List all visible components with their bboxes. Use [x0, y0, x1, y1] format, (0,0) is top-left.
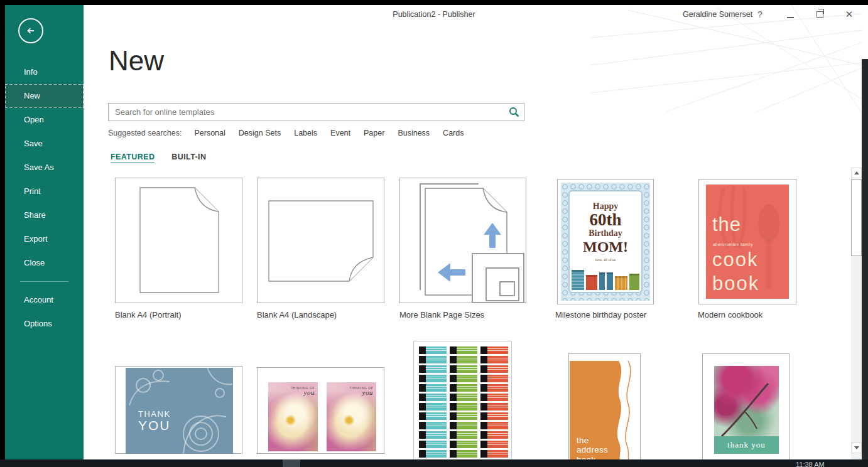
poster-line-60th: 60th	[570, 212, 641, 228]
thinking-of-you-photo: THINKING OF you	[327, 382, 376, 451]
label-column-red	[480, 346, 508, 459]
sidebar-item-print[interactable]: Print	[5, 180, 84, 203]
account-name[interactable]: Geraldine Somerset	[683, 10, 752, 19]
template-card-modern-cookbook[interactable]: the abercrombie family cook book	[698, 179, 796, 304]
sidebar-item-share[interactable]: Share	[5, 203, 84, 227]
help-icon: ?	[757, 9, 762, 19]
backstage-content: New Suggested searches: Personal Design …	[84, 5, 862, 459]
poster-gifts	[570, 270, 641, 290]
suggested-term-business[interactable]: Business	[398, 129, 430, 137]
sidebar-item-info[interactable]: Info	[5, 60, 84, 84]
suggested-term-personal[interactable]: Personal	[194, 129, 225, 137]
sidebar-item-open[interactable]: Open	[5, 108, 84, 132]
app-window: 11:38 AM Info New Open Save Save As Prin…	[0, 0, 868, 467]
back-button[interactable]	[18, 18, 43, 43]
template-tabs: FEATURED BUILT-IN	[111, 153, 206, 163]
address-book-title: the address book	[577, 436, 608, 459]
suggested-term-labels[interactable]: Labels	[294, 129, 317, 137]
tab-featured[interactable]: FEATURED	[111, 153, 155, 163]
sidebar-item-close[interactable]: Close	[5, 251, 84, 275]
scroll-down-button[interactable]	[851, 443, 862, 453]
left-border	[0, 5, 5, 459]
cookbook-cover: the abercrombie family cook book	[706, 185, 789, 299]
suggested-term-cards[interactable]: Cards	[443, 129, 464, 137]
sidebar-item-account[interactable]: Account	[5, 288, 84, 312]
cookbook-line-family: abercrombie family	[713, 242, 753, 247]
scrollbar-track[interactable]	[851, 168, 862, 459]
pink-flowers-photo: thank you	[714, 366, 779, 454]
sidebar-item-new[interactable]: New	[5, 84, 84, 108]
template-card-more-blank-page-sizes[interactable]	[399, 178, 526, 303]
cookbook-line-cook: cook	[712, 249, 758, 271]
blank-landscape-page-icon	[258, 178, 384, 303]
template-name-more-blank-page-sizes: More Blank Page Sizes	[399, 310, 484, 319]
thank-you-card-front: THANK YOU	[126, 368, 233, 454]
sidebar-item-save-as[interactable]: Save As	[5, 156, 84, 180]
up-arrow-icon	[854, 171, 859, 174]
label-column-teal	[419, 346, 447, 459]
poster-inner: Happy 60th Birthday MOM! love, all of us	[568, 190, 643, 293]
cookbook-line-the: the	[712, 213, 741, 236]
down-arrow-icon	[854, 446, 859, 449]
restore-icon	[816, 11, 823, 18]
scroll-thumb[interactable]	[851, 179, 862, 256]
backstage-sidebar: Info New Open Save Save As Print Share E…	[5, 5, 84, 459]
suggested-searches: Suggested searches: Personal Design Sets…	[108, 129, 477, 137]
search-input[interactable]	[109, 104, 511, 121]
template-name-blank-a4-landscape: Blank A4 (Landscape)	[257, 310, 337, 319]
tab-built-in[interactable]: BUILT-IN	[171, 153, 206, 163]
template-card-address-labels[interactable]	[413, 341, 512, 459]
taskbar-app-indicator[interactable]	[283, 459, 300, 467]
sidebar-item-options[interactable]: Options	[5, 312, 84, 336]
page-sizes-icon	[400, 178, 526, 303]
suggested-term-event[interactable]: Event	[330, 129, 350, 137]
search-icon[interactable]	[509, 107, 519, 117]
template-card-blank-a4-landscape[interactable]	[257, 178, 384, 303]
suggested-term-paper[interactable]: Paper	[364, 129, 384, 137]
template-name-blank-a4-portrait: Blank A4 (Portrait)	[115, 310, 182, 319]
poster-line-mom: MOM!	[570, 239, 641, 255]
close-icon: ✕	[845, 9, 854, 20]
template-name-modern-cookbook: Modern cookbook	[698, 310, 762, 319]
taskbar[interactable]: 11:38 AM	[0, 459, 868, 467]
suggested-term-design-sets[interactable]: Design Sets	[239, 129, 281, 137]
page-title: New	[109, 45, 164, 77]
scroll-up-button[interactable]	[851, 168, 862, 178]
close-button[interactable]: ✕	[842, 8, 857, 21]
poster-loop-border: Happy 60th Birthday MOM! love, all of us	[561, 183, 650, 301]
suggested-searches-label: Suggested searches:	[108, 129, 182, 137]
thank-you-text: THANK YOU	[138, 409, 171, 432]
sidebar-divider	[20, 281, 68, 282]
right-border	[862, 59, 868, 459]
back-arrow-icon	[24, 24, 37, 37]
top-border	[0, 0, 868, 5]
sidebar-item-export[interactable]: Export	[5, 227, 84, 251]
poster-line-birthday: Birthday	[570, 228, 641, 239]
search-box	[108, 103, 524, 121]
sidebar-nav: Info New Open Save Save As Print Share E…	[5, 60, 84, 336]
minimize-button[interactable]	[783, 8, 798, 21]
template-name-milestone-birthday-poster: Milestone birthday poster	[555, 310, 646, 319]
template-card-thank-you-blue[interactable]: THANK YOU	[115, 366, 242, 454]
template-card-address-book[interactable]: the address book	[568, 353, 641, 459]
sidebar-item-save[interactable]: Save	[5, 132, 84, 156]
thank-you-band: thank you	[714, 436, 779, 454]
cookbook-line-book: book	[712, 272, 759, 295]
template-card-blank-a4-portrait[interactable]	[115, 178, 242, 303]
template-card-thinking-of-you[interactable]: THINKING OF you THINKING OF you	[257, 367, 384, 454]
taskbar-clock: 11:38 AM	[796, 461, 825, 467]
restore-button[interactable]	[812, 8, 827, 21]
template-card-thank-you-pink[interactable]: thank you	[702, 353, 789, 459]
blank-portrait-page-icon	[116, 178, 242, 303]
help-button[interactable]: ?	[752, 8, 768, 21]
template-card-milestone-birthday-poster[interactable]: Happy 60th Birthday MOM! love, all of us	[557, 179, 654, 304]
poster-line-love: love, all of us	[570, 258, 641, 262]
minimize-icon	[787, 17, 794, 18]
label-column-green	[450, 346, 477, 459]
thinking-of-you-photo: THINKING OF you	[268, 382, 318, 451]
